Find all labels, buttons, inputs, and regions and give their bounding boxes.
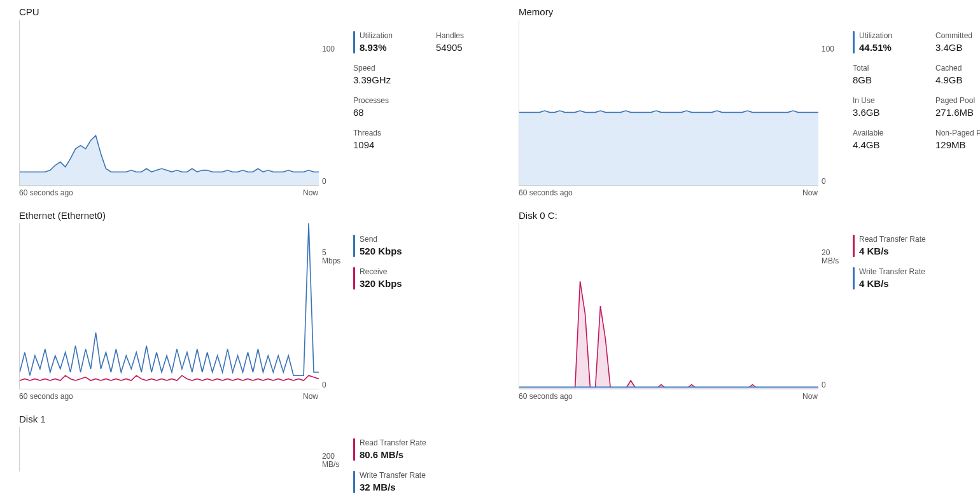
chart-ethernet — [19, 223, 319, 389]
stat-ethernet-send: Send 520 Kbps — [353, 235, 410, 257]
stat-memory-committed: Committed 3.4GB — [935, 31, 980, 53]
stat-memory-available: Available 4.4GB — [853, 129, 910, 151]
stat-bar-icon — [353, 267, 355, 289]
stat-memory-cached: Cached 4.9GB — [935, 64, 980, 86]
x-axis-memory: 60 seconds ago Now — [519, 188, 818, 197]
chart-cpu — [19, 20, 319, 186]
stats-ethernet: Send 520 Kbps Receive 320 Kbps — [353, 223, 410, 401]
stat-memory-inuse: In Use 3.6GB — [853, 96, 910, 118]
stat-memory-utilization: Utilization 44.51% — [853, 31, 910, 53]
stats-cpu: Utilization 8.93% Speed 3.39GHz Processe… — [353, 20, 493, 197]
y-axis-disk1: 200 MB/s — [319, 427, 340, 471]
panel-disk1[interactable]: Disk 1 200 MB/s — [19, 414, 493, 493]
stat-cpu-threads: Threads 1094 — [353, 129, 410, 151]
x-axis-cpu: 60 seconds ago Now — [19, 188, 318, 197]
stat-bar-icon — [853, 31, 855, 53]
x-axis-ethernet: 60 seconds ago Now — [19, 392, 318, 401]
stats-disk0: Read Transfer Rate 4 KB/s Write Transfer… — [853, 223, 926, 401]
x-axis-disk0: 60 seconds ago Now — [519, 392, 818, 401]
stat-bar-icon — [353, 235, 355, 257]
y-axis-ethernet: 5 Mbps 0 — [319, 223, 340, 389]
stat-cpu-processes: Processes 68 — [353, 96, 410, 118]
stat-ethernet-receive: Receive 320 Kbps — [353, 267, 410, 289]
stat-cpu-utilization: Utilization 8.93% — [353, 31, 410, 53]
panel-title-cpu: CPU — [19, 6, 493, 17]
stat-bar-icon — [853, 267, 855, 289]
stats-memory: Utilization 44.51% Total 8GB In Use — [853, 20, 980, 197]
stats-disk1: Read Transfer Rate 80.6 MB/s Write Trans… — [353, 427, 426, 493]
panel-cpu[interactable]: CPU 100 0 60 seconds ago Now — [19, 6, 493, 197]
stat-bar-icon — [353, 31, 355, 53]
stat-memory-nonpaged-pool: Non-Paged Pool 129MB — [935, 129, 980, 151]
stat-cpu-handles: Handles 54905 — [436, 31, 493, 53]
y-axis-cpu: 100 0 — [319, 20, 340, 186]
panel-memory[interactable]: Memory 100 0 60 seconds ago Now — [519, 6, 980, 197]
chart-memory — [519, 20, 818, 186]
stat-memory-paged-pool: Paged Pool 271.6MB — [935, 96, 980, 118]
y-axis-disk0: 20 MB/s 0 — [818, 223, 840, 389]
stat-bar-icon — [853, 235, 855, 257]
panel-title-ethernet: Ethernet (Ethernet0) — [19, 210, 493, 221]
stat-disk0-read: Read Transfer Rate 4 KB/s — [853, 235, 926, 257]
stat-disk0-write: Write Transfer Rate 4 KB/s — [853, 267, 926, 289]
stat-cpu-speed: Speed 3.39GHz — [353, 64, 410, 86]
chart-disk1 — [19, 427, 319, 471]
stat-disk1-read: Read Transfer Rate 80.6 MB/s — [353, 438, 426, 461]
panel-disk0[interactable]: Disk 0 C: 20 MB/s 0 60 seconds ago Now — [519, 210, 980, 401]
stat-disk1-write: Write Transfer Rate 32 MB/s — [353, 471, 426, 493]
stat-bar-icon — [353, 438, 355, 461]
panel-title-disk0: Disk 0 C: — [519, 210, 980, 221]
stat-memory-total: Total 8GB — [853, 64, 910, 86]
panel-ethernet[interactable]: Ethernet (Ethernet0) 5 Mbps 0 60 seconds… — [19, 210, 493, 401]
chart-disk0 — [519, 223, 818, 389]
stat-bar-icon — [353, 471, 355, 493]
panel-title-memory: Memory — [519, 6, 980, 17]
performance-dashboard: CPU 100 0 60 seconds ago Now — [0, 0, 980, 499]
panel-title-disk1: Disk 1 — [19, 414, 493, 424]
y-axis-memory: 100 0 — [818, 20, 840, 186]
